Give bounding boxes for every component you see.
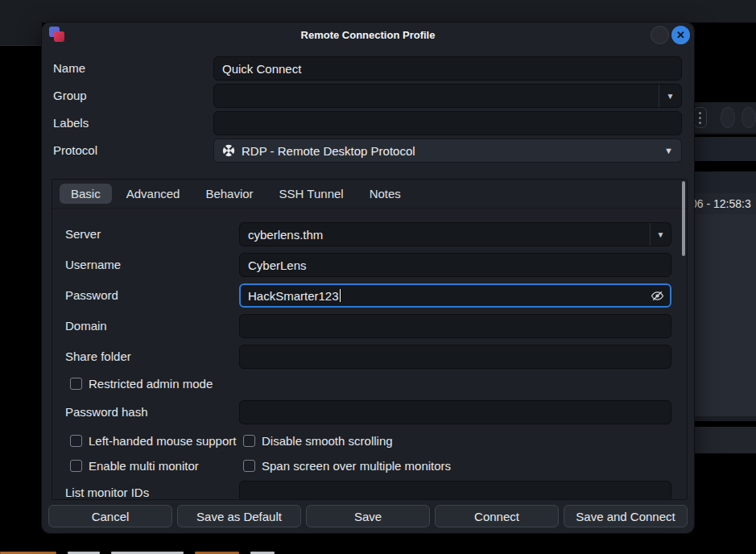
remote-connection-profile-dialog: Remote Connection Profile ✕ Name Quick C… [42, 23, 694, 533]
save-button[interactable]: Save [306, 505, 430, 527]
server-combobox[interactable]: cyberlens.thm ▼ [239, 222, 671, 246]
rdp-protocol-icon [222, 144, 235, 157]
list-monitor-ids-label: List monitor IDs [65, 481, 149, 500]
chevron-down-icon: ▼ [667, 92, 675, 101]
multi-monitor-label: Enable multi monitor [89, 459, 199, 473]
checkbox-unchecked-icon[interactable] [70, 435, 82, 447]
protocol-label: Protocol [53, 138, 97, 163]
username-label: Username [65, 253, 121, 277]
background-toolbar-button[interactable] [721, 107, 735, 128]
save-and-connect-button[interactable]: Save and Connect [564, 505, 688, 527]
dialog-title: Remote Connection Profile [42, 23, 694, 48]
dialog-header[interactable]: Remote Connection Profile ✕ [42, 23, 694, 48]
checkbox-unchecked-icon[interactable] [243, 460, 255, 472]
background-list-item[interactable]: 06 - 12:58:3 [689, 193, 756, 214]
password-label: Password [65, 283, 118, 308]
password-hash-input[interactable] [239, 400, 671, 424]
password-value: HackSmarter123 [248, 289, 339, 303]
background-toolbar [689, 102, 756, 134]
tab-bar: Basic Advanced Behavior SSH Tunnel Notes [52, 180, 687, 209]
chevron-down-icon: ▼ [664, 139, 673, 162]
eye-slash-icon [651, 289, 664, 303]
name-label: Name [53, 56, 85, 81]
background-statusbar [689, 427, 756, 453]
kebab-menu-icon[interactable] [694, 107, 707, 128]
server-dropdown-toggle[interactable]: ▼ [650, 223, 671, 246]
background-window-right: 06 - 12:58:3 [689, 0, 756, 554]
username-value: CyberLens [248, 258, 307, 272]
background-window-header [0, 23, 42, 46]
toggle-password-visibility-button[interactable] [651, 285, 664, 306]
share-folder-input[interactable] [239, 345, 671, 369]
background-search-row [689, 172, 756, 193]
settings-notebook: Basic Advanced Behavior SSH Tunnel Notes… [52, 179, 688, 500]
tab-advanced[interactable]: Advanced [115, 184, 192, 204]
server-value: cyberlens.thm [248, 228, 323, 242]
labels-input[interactable] [213, 111, 682, 135]
restricted-admin-checkbox-row[interactable]: Restricted admin mode [70, 377, 213, 391]
group-label: Group [53, 84, 87, 108]
checkbox-unchecked-icon[interactable] [70, 378, 82, 390]
password-input[interactable]: HackSmarter123 [239, 283, 671, 308]
tab-ssh-tunnel[interactable]: SSH Tunnel [268, 184, 355, 204]
smooth-scrolling-label: Disable smooth scrolling [262, 434, 393, 448]
protocol-value: RDP - Remote Desktop Protocol [242, 144, 415, 158]
checkbox-unchecked-icon[interactable] [70, 460, 82, 472]
left-handed-checkbox-row[interactable]: Left-handed mouse support [70, 434, 236, 448]
domain-input[interactable] [239, 314, 671, 338]
domain-label: Domain [65, 314, 107, 338]
background-row [689, 137, 756, 161]
span-screen-label: Span screen over multiple monitors [262, 459, 451, 473]
restore-button[interactable] [651, 26, 669, 44]
background-panel [689, 214, 756, 421]
labels-label: Labels [53, 111, 89, 135]
text-cursor [340, 289, 341, 302]
left-handed-label: Left-handed mouse support [89, 434, 236, 448]
multi-monitor-checkbox-row[interactable]: Enable multi monitor [70, 459, 199, 473]
restricted-admin-label: Restricted admin mode [89, 377, 213, 391]
protocol-select[interactable]: RDP - Remote Desktop Protocol ▼ [213, 138, 682, 163]
dialog-action-bar: Cancel Save as Default Save Connect Save… [48, 505, 688, 527]
share-folder-label: Share folder [65, 345, 131, 369]
desktop-top-bar [0, 0, 756, 23]
cancel-button[interactable]: Cancel [48, 505, 172, 527]
tab-basic[interactable]: Basic [60, 184, 112, 204]
name-value: Quick Connect [222, 62, 301, 76]
password-hash-label: Password hash [65, 400, 148, 424]
save-as-default-button[interactable]: Save as Default [177, 505, 301, 527]
chevron-down-icon: ▼ [657, 230, 665, 239]
span-screen-checkbox-row[interactable]: Span screen over multiple monitors [243, 459, 451, 473]
username-input[interactable]: CyberLens [239, 253, 671, 277]
connect-button[interactable]: Connect [435, 505, 559, 527]
tab-behavior[interactable]: Behavior [194, 184, 264, 204]
background-toolbar-button[interactable] [742, 107, 756, 128]
list-item-timestamp: 06 - 12:58:3 [691, 197, 751, 210]
smooth-scrolling-checkbox-row[interactable]: Disable smooth scrolling [243, 434, 393, 448]
name-input[interactable]: Quick Connect [213, 56, 682, 81]
server-label: Server [65, 222, 101, 246]
checkbox-unchecked-icon[interactable] [243, 435, 255, 447]
close-icon[interactable]: ✕ [671, 26, 690, 44]
group-combobox[interactable]: ▼ [213, 84, 682, 108]
group-dropdown-toggle[interactable]: ▼ [659, 85, 681, 107]
list-monitor-ids-input[interactable] [239, 481, 671, 500]
tab-notes[interactable]: Notes [358, 184, 412, 204]
vertical-scrollbar[interactable] [682, 181, 685, 256]
